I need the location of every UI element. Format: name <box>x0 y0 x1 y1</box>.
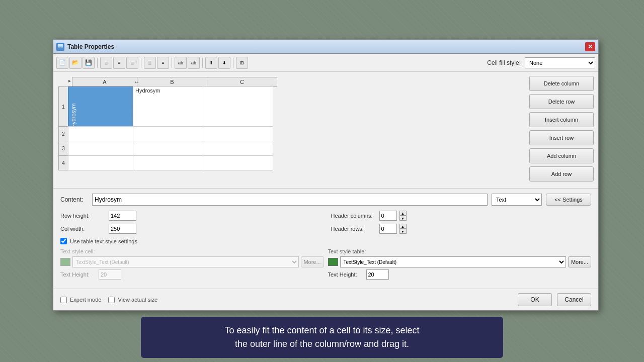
header-columns-up[interactable]: ▲ <box>399 211 407 216</box>
close-button[interactable]: ✕ <box>585 42 595 51</box>
text-height-cell-input[interactable] <box>99 269 121 280</box>
add-column-button[interactable]: Add column <box>529 148 594 163</box>
toolbar-table[interactable]: ⊞ <box>236 57 248 69</box>
cell-4c[interactable] <box>203 155 273 170</box>
text-style-cell-select[interactable]: TextStyle_Text (Default) <box>72 256 299 267</box>
header-rows-input[interactable] <box>379 224 397 234</box>
use-table-style-checkbox[interactable] <box>60 238 67 244</box>
toolbar-merge-up[interactable]: ⬆ <box>205 57 217 69</box>
text-style-cell-select-row: TextStyle_Text (Default) More... <box>60 256 324 267</box>
header-columns-row: Header columns: ▲ ▼ <box>331 211 592 221</box>
cell-1b[interactable]: Hydrosym <box>133 86 203 127</box>
toolbar-new[interactable]: 📄 <box>56 57 68 69</box>
col-width-row: Col width: <box>60 224 321 234</box>
toolbar-save[interactable]: 💾 <box>83 57 95 69</box>
col-arrow: ▸ <box>68 78 71 87</box>
toolbar-ab[interactable]: ab <box>175 57 187 69</box>
header-columns-down[interactable]: ▼ <box>399 216 407 221</box>
text-style-table-select[interactable]: TextStyle_Text (Default) <box>340 256 567 267</box>
header-rows-down[interactable]: ▼ <box>399 229 407 234</box>
expert-mode-checkbox[interactable] <box>60 297 67 303</box>
text-style-table-color <box>328 258 338 266</box>
col-width-input[interactable] <box>109 224 136 234</box>
cell-4a[interactable] <box>68 155 133 170</box>
style-row: Text style cell: TextStyle_Text (Default… <box>60 248 591 280</box>
text-height-table-label: Text Height: <box>328 272 363 278</box>
expert-mode-label: Expert mode <box>70 297 101 303</box>
toolbar-align-left[interactable]: ≡ <box>100 57 112 69</box>
row-header-2[interactable]: 2 <box>58 126 68 141</box>
row-header-3[interactable]: 3 <box>58 141 68 156</box>
header-rows-spinner: ▲ ▼ <box>399 224 407 234</box>
toolbar: 📄 📂 💾 ≡ ≡ ≡ ≣ ≡ ab ab ⬆ ⬇ ⊞ Cell fill st… <box>53 54 598 72</box>
toolbar-right: Cell fill style: None <box>487 57 595 68</box>
cell-2a[interactable] <box>68 126 133 141</box>
text-height-table-input[interactable] <box>366 269 389 280</box>
cell-3b[interactable] <box>133 141 203 156</box>
text-height-cell-label: Text Height: <box>60 272 96 278</box>
table-properties-dialog: Table Properties ✕ 📄 📂 💾 ≡ ≡ ≡ ≣ ≡ ab ab… <box>53 39 599 311</box>
add-row-button[interactable]: Add row <box>529 166 594 182</box>
more-cell-button[interactable]: More... <box>301 256 324 267</box>
dialog-icon <box>56 43 64 51</box>
toolbar-align-center[interactable]: ≡ <box>113 57 125 69</box>
content-type-select[interactable]: Text <box>492 194 542 206</box>
toolbar-open[interactable]: 📂 <box>69 57 82 69</box>
separator-1 <box>97 58 98 68</box>
toolbar-format-2[interactable]: ≡ <box>157 57 169 69</box>
row-header-1[interactable]: 1 <box>58 86 68 127</box>
table-row-2 <box>68 127 273 141</box>
table-row-4 <box>68 156 273 170</box>
more-table-button[interactable]: More... <box>568 256 591 267</box>
dialog-footer: Expert mode View actual size OK Cancel <box>53 289 598 310</box>
cell-3a[interactable] <box>68 141 133 156</box>
cell-2b[interactable] <box>133 126 203 141</box>
col-resize-handle-a[interactable]: ↔ <box>135 77 139 86</box>
use-table-style-label: Use table text style settings <box>70 238 137 244</box>
props-grid: Row height: Col width: Header columns: ▲… <box>60 211 591 234</box>
row-height-label: Row height: <box>60 213 106 219</box>
text-style-table-label: Text style table: <box>328 248 592 254</box>
separator-4 <box>202 58 203 68</box>
text-style-table-group: Text style table: TextStyle_Text (Defaul… <box>328 248 592 280</box>
cancel-button[interactable]: Cancel <box>557 293 591 306</box>
ok-button[interactable]: OK <box>518 293 552 306</box>
insert-row-button[interactable]: Insert row <box>529 130 594 145</box>
delete-row-button[interactable]: Delete row <box>529 94 594 109</box>
header-columns-input[interactable] <box>379 211 397 221</box>
header-rows-up[interactable]: ▲ <box>399 224 407 229</box>
toolbar-format-1[interactable]: ≣ <box>144 57 156 69</box>
grid-body: Hydrosym Hydrosym <box>68 87 273 170</box>
cell-4b[interactable] <box>133 155 203 170</box>
settings-button[interactable]: << Settings <box>546 194 591 206</box>
cell-fill-select[interactable]: None <box>525 57 595 68</box>
dialog-title: Table Properties <box>67 43 585 50</box>
insert-column-button[interactable]: Insert column <box>529 112 594 127</box>
col-width-label: Col width: <box>60 226 106 232</box>
row-headers: 1 2 3 4 <box>58 87 68 170</box>
toolbar-merge-down[interactable]: ⬇ <box>218 57 230 69</box>
cell-3c[interactable] <box>203 141 273 156</box>
toolbar-align-right[interactable]: ≡ <box>126 57 138 69</box>
view-actual-size-checkbox[interactable] <box>108 297 115 303</box>
col-header-b[interactable]: B <box>137 77 207 87</box>
toolbar-text-style[interactable]: ab <box>188 57 200 69</box>
cell-1a[interactable]: Hydrosym <box>68 86 133 127</box>
cell-2c[interactable] <box>203 126 273 141</box>
cell-1c[interactable] <box>203 86 273 127</box>
delete-column-button[interactable]: Delete column <box>529 76 594 91</box>
cell-1a-text: Hydrosym <box>70 89 76 127</box>
properties-area: Content: Text << Settings Row height: Co… <box>53 188 598 289</box>
svg-rect-2 <box>58 46 63 47</box>
title-bar: Table Properties ✕ <box>53 40 598 54</box>
content-input[interactable] <box>92 194 488 206</box>
col-header-c[interactable]: C <box>207 77 277 87</box>
svg-rect-3 <box>58 47 63 48</box>
footer-left: Expert mode View actual size <box>60 297 157 303</box>
row-height-input[interactable] <box>109 211 136 221</box>
header-columns-spinner: ▲ ▼ <box>399 211 407 221</box>
row-header-4[interactable]: 4 <box>58 155 68 170</box>
col-header-a[interactable]: A ↔ <box>72 77 137 87</box>
main-area: ▸ A ↔ B C <box>53 72 598 188</box>
col-headers: ▸ A ↔ B C <box>68 77 277 87</box>
